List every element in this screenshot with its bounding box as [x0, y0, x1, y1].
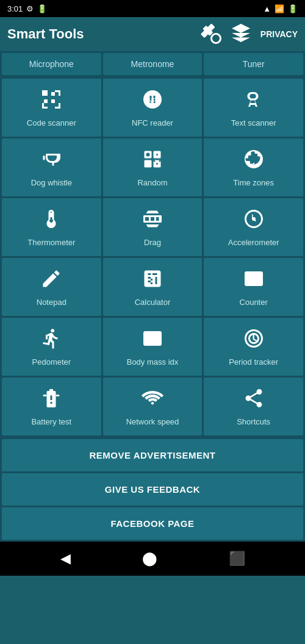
random-label: Random [137, 178, 167, 188]
calculator-label: Calculator [135, 298, 171, 307]
battery-test-icon [40, 387, 62, 412]
shortcuts-icon [243, 387, 265, 412]
svg-text:000: 000 [247, 275, 262, 285]
svg-point-7 [153, 160, 155, 162]
nav-icon[interactable] [230, 22, 252, 47]
notepad-label: Notepad [37, 298, 66, 307]
drag-label: Drag [144, 238, 161, 248]
status-right: ▲ 📶 🔋 [263, 4, 298, 13]
privacy-button[interactable]: PRIVACY [260, 29, 298, 39]
header: Smart Tools PRIVACY [0, 17, 305, 51]
accelerometer-icon [243, 208, 265, 233]
code-scanner-icon [40, 88, 62, 113]
svg-text:BMI: BMI [146, 335, 159, 343]
grid-item-accelerometer[interactable]: Accelerometer [204, 198, 303, 256]
grid-item-shortcuts[interactable]: Shortcuts [204, 377, 303, 435]
text-scanner-label: Text scanner [231, 118, 276, 128]
grid-item-calculator[interactable]: Calculator [103, 258, 203, 316]
top-microphone[interactable]: Microphone [2, 53, 101, 75]
battery-test-label: Battery test [31, 417, 71, 427]
thermometer-icon [40, 208, 62, 233]
time-zones-label: Time zones [233, 178, 274, 188]
grid-item-period-tracker[interactable]: Period tracker [204, 318, 303, 376]
recents-button[interactable]: ⬛ [229, 551, 245, 567]
signal-icon: 📶 [274, 4, 284, 13]
svg-text:NFC: NFC [148, 97, 161, 104]
accelerometer-label: Accelerometer [228, 238, 279, 248]
svg-rect-15 [43, 395, 47, 396]
grid-item-text-scanner[interactable]: Text scanner [204, 79, 303, 137]
counter-icon: 000 [243, 268, 265, 293]
shortcuts-label: Shortcuts [237, 417, 270, 427]
text-scanner-icon [243, 88, 265, 113]
pedometer-icon [40, 327, 62, 352]
grid-item-pedometer[interactable]: Pedometer [2, 318, 101, 376]
network-speed-icon [142, 387, 163, 412]
svg-rect-3 [144, 160, 151, 168]
svg-point-10 [252, 217, 256, 221]
time: 3:01 [7, 4, 23, 13]
status-left: 3:01 ⚙ 🔋 [7, 4, 47, 13]
grid-item-code-scanner[interactable]: Code scanner [2, 79, 101, 137]
svg-rect-16 [56, 395, 60, 396]
app-title: Smart Tools [7, 26, 192, 42]
top-tuner[interactable]: Tuner [204, 53, 303, 75]
grid-item-bmi[interactable]: BMI Body mass idx [103, 318, 203, 376]
svg-point-6 [156, 154, 158, 156]
top-metronome[interactable]: Metronome [103, 53, 203, 75]
give-feedback-button[interactable]: GIVE US FEEDBACK [2, 473, 303, 506]
back-button[interactable]: ◀ [60, 551, 71, 567]
grid-item-counter[interactable]: 000 Counter [204, 258, 303, 316]
grid-item-dog-whistle[interactable]: Dog whistle [2, 138, 101, 196]
top-row: Microphone Metronome Tuner [0, 51, 305, 77]
bmi-label: Body mass idx [127, 357, 179, 367]
period-tracker-label: Period tracker [229, 357, 278, 367]
svg-point-5 [146, 153, 149, 157]
counter-label: Counter [240, 298, 268, 307]
drag-icon [142, 208, 163, 233]
svg-point-9 [159, 160, 160, 162]
pedometer-label: Pedometer [32, 357, 71, 367]
thermometer-label: Thermometer [27, 238, 75, 248]
battery-icon: 🔋 [288, 4, 298, 13]
battery-status-icon: 🔋 [37, 4, 47, 13]
nfc-reader-label: NFC reader [132, 118, 173, 128]
grid-item-nfc-reader[interactable]: NFC NFC reader [103, 79, 203, 137]
nav-bar: ◀ ⬤ ⬛ [0, 542, 305, 576]
bottom-section: REMOVE ADVERTISEMENT GIVE US FEEDBACK FA… [0, 437, 305, 542]
period-tracker-icon [243, 327, 265, 352]
grid-item-network-speed[interactable]: Network speed [103, 377, 203, 435]
grid-item-thermometer[interactable]: Thermometer [2, 198, 101, 256]
code-scanner-label: Code scanner [27, 118, 76, 128]
notepad-icon [40, 268, 62, 293]
grid-item-battery-test[interactable]: Battery test [2, 377, 101, 435]
dog-whistle-label: Dog whistle [31, 178, 72, 188]
wifi-icon: ▲ [263, 4, 271, 13]
nfc-icon: NFC [142, 88, 163, 113]
grid-item-notepad[interactable]: Notepad [2, 258, 101, 316]
remove-advertisement-button[interactable]: REMOVE ADVERTISEMENT [2, 439, 303, 471]
home-button[interactable]: ⬤ [142, 551, 157, 567]
random-icon [142, 148, 163, 173]
wrench-icon[interactable] [199, 22, 221, 47]
header-actions: PRIVACY [199, 22, 298, 47]
calculator-icon [142, 268, 163, 293]
time-zones-icon [243, 148, 265, 173]
svg-point-8 [156, 163, 158, 165]
grid-item-time-zones[interactable]: Time zones [204, 138, 303, 196]
settings-icon: ⚙ [26, 4, 34, 13]
facebook-page-button[interactable]: FACEBOOK PAGE [2, 507, 303, 540]
tools-grid: Code scanner NFC NFC reader Text scanner… [0, 77, 305, 437]
grid-item-random[interactable]: Random [103, 138, 203, 196]
grid-item-drag[interactable]: Drag [103, 198, 203, 256]
network-speed-label: Network speed [126, 417, 179, 427]
status-bar: 3:01 ⚙ 🔋 ▲ 📶 🔋 [0, 0, 305, 17]
dog-whistle-icon [40, 148, 62, 173]
bmi-icon: BMI [142, 327, 163, 352]
